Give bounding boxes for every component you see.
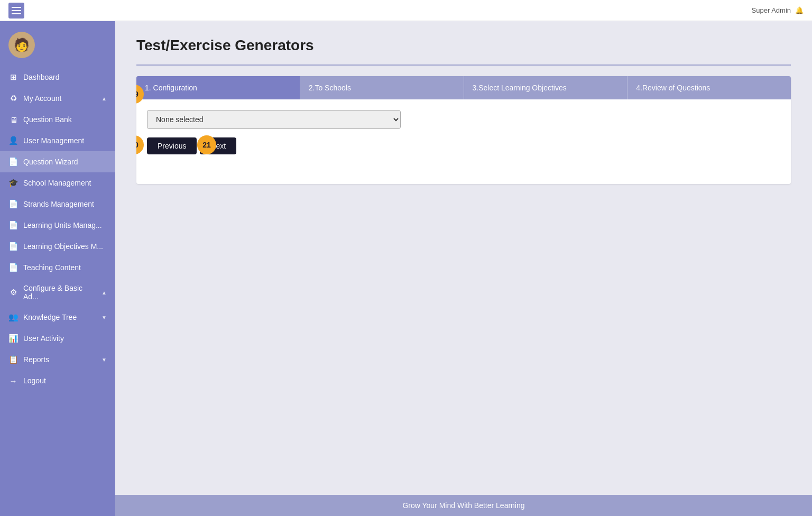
steps-body: None selected 19 20 Previous Next bbox=[136, 99, 791, 184]
sidebar-item-user-management[interactable]: 👤 User Management bbox=[0, 130, 115, 151]
avatar: 🧑 bbox=[8, 32, 35, 58]
configuration-select[interactable]: None selected bbox=[147, 110, 401, 129]
sidebar-item-question-bank[interactable]: 🖥 Question Bank bbox=[0, 109, 115, 130]
reports-arrow: ▼ bbox=[102, 357, 107, 363]
content-area: Test/Exercise Generators 1. Configuratio… bbox=[115, 21, 812, 516]
sidebar-label-knowledge-tree: Knowledge Tree bbox=[23, 313, 77, 321]
knowledge-tree-arrow: ▼ bbox=[102, 315, 107, 320]
sidebar-label-question-wizard: Question Wizard bbox=[23, 158, 78, 166]
sidebar-item-configure-basic-ad[interactable]: ⚙ Configure & Basic Ad... ▲ bbox=[0, 278, 115, 307]
logout-icon: → bbox=[8, 376, 18, 385]
sidebar-label-dashboard: Dashboard bbox=[23, 73, 60, 81]
sidebar: 🧑 ⊞ Dashboard ♻ My Account ▲ 🖥 Question … bbox=[0, 21, 115, 516]
sidebar-item-teaching-content[interactable]: 📄 Teaching Content bbox=[0, 257, 115, 278]
question-wizard-icon: 📄 bbox=[8, 157, 18, 167]
user-management-icon: 👤 bbox=[8, 136, 18, 145]
sidebar-item-school-management[interactable]: 🎓 School Management bbox=[0, 172, 115, 194]
sidebar-label-learning-objectives: Learning Objectives M... bbox=[23, 242, 103, 251]
sidebar-label-logout: Logout bbox=[23, 376, 46, 385]
sidebar-item-knowledge-tree[interactable]: 👥 Knowledge Tree ▼ bbox=[0, 307, 115, 328]
next-button[interactable]: Next bbox=[200, 137, 236, 154]
hamburger-button[interactable] bbox=[8, 3, 24, 19]
previous-button[interactable]: Previous bbox=[147, 137, 197, 154]
reports-icon: 📋 bbox=[8, 355, 18, 364]
sidebar-item-learning-units[interactable]: 📄 Learning Units Manag... bbox=[0, 215, 115, 236]
sidebar-label-user-management: User Management bbox=[23, 136, 84, 145]
footer: Grow Your Mind With Better Learning bbox=[115, 495, 812, 516]
sidebar-label-learning-units: Learning Units Manag... bbox=[23, 221, 102, 229]
top-bar-right: Super Admin 🔔 bbox=[752, 6, 804, 14]
bell-icon: 🔔 bbox=[795, 6, 804, 14]
my-account-arrow: ▲ bbox=[102, 96, 107, 102]
sidebar-label-my-account: My Account bbox=[23, 94, 61, 103]
page-title: Test/Exercise Generators bbox=[136, 37, 791, 54]
user-label: Super Admin bbox=[752, 6, 791, 14]
user-activity-icon: 📊 bbox=[8, 334, 18, 343]
content-inner: Test/Exercise Generators 1. Configuratio… bbox=[115, 21, 812, 495]
sidebar-item-logout[interactable]: → Logout bbox=[0, 370, 115, 391]
knowledge-tree-icon: 👥 bbox=[8, 312, 18, 322]
sidebar-label-user-activity: User Activity bbox=[23, 334, 64, 343]
sidebar-label-school-management: School Management bbox=[23, 179, 91, 187]
sidebar-label-strands-management: Strands Management bbox=[23, 200, 94, 208]
sidebar-label-teaching-content: Teaching Content bbox=[23, 263, 81, 272]
step-tab-configuration[interactable]: 1. Configuration bbox=[136, 76, 300, 99]
my-account-icon: ♻ bbox=[8, 94, 18, 103]
sidebar-item-my-account[interactable]: ♻ My Account ▲ bbox=[0, 88, 115, 109]
teaching-content-icon: 📄 bbox=[8, 263, 18, 272]
question-bank-icon: 🖥 bbox=[8, 115, 18, 124]
step-tab-review-questions[interactable]: 4.Review of Questions bbox=[628, 76, 791, 99]
sidebar-avatar-area: 🧑 bbox=[0, 26, 115, 67]
sidebar-label-configure: Configure & Basic Ad... bbox=[23, 284, 96, 301]
sidebar-item-user-activity[interactable]: 📊 User Activity bbox=[0, 328, 115, 349]
sidebar-label-reports: Reports bbox=[23, 355, 49, 364]
configure-icon: ⚙ bbox=[8, 288, 18, 297]
buttons-row: 20 Previous Next 21 bbox=[147, 137, 780, 154]
school-management-icon: 🎓 bbox=[8, 178, 18, 188]
main-layout: 🧑 ⊞ Dashboard ♻ My Account ▲ 🖥 Question … bbox=[0, 21, 812, 516]
configure-arrow: ▲ bbox=[102, 290, 107, 296]
sidebar-item-question-wizard[interactable]: 📄 Question Wizard bbox=[0, 151, 115, 172]
steps-panel: 1. Configuration 2.To Schools 3.Select L… bbox=[136, 76, 791, 184]
step-tab-to-schools[interactable]: 2.To Schools bbox=[300, 76, 464, 99]
strands-management-icon: 📄 bbox=[8, 199, 18, 209]
top-bar: Super Admin 🔔 bbox=[0, 0, 812, 21]
sidebar-label-question-bank: Question Bank bbox=[23, 115, 72, 124]
section-divider bbox=[136, 64, 791, 66]
top-bar-left bbox=[8, 3, 24, 19]
learning-units-icon: 📄 bbox=[8, 220, 18, 230]
tour-badge-20: 20 bbox=[136, 135, 144, 154]
step-tab-select-objectives[interactable]: 3.Select Learning Objectives bbox=[464, 76, 628, 99]
sidebar-nav: ⊞ Dashboard ♻ My Account ▲ 🖥 Question Ba… bbox=[0, 67, 115, 391]
sidebar-item-dashboard[interactable]: ⊞ Dashboard bbox=[0, 67, 115, 88]
steps-header: 1. Configuration 2.To Schools 3.Select L… bbox=[136, 76, 791, 99]
learning-objectives-icon: 📄 bbox=[8, 242, 18, 251]
sidebar-item-reports[interactable]: 📋 Reports ▼ bbox=[0, 349, 115, 370]
sidebar-item-learning-objectives[interactable]: 📄 Learning Objectives M... bbox=[0, 236, 115, 257]
footer-text: Grow Your Mind With Better Learning bbox=[402, 501, 524, 510]
sidebar-item-strands-management[interactable]: 📄 Strands Management bbox=[0, 194, 115, 215]
dashboard-icon: ⊞ bbox=[8, 72, 18, 82]
